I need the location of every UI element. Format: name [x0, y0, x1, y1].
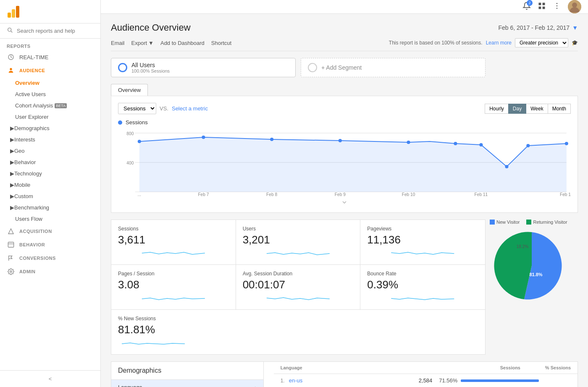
sidebar-item-behavior[interactable]: BEHAVIOR	[0, 238, 100, 251]
chevron-right-icon: ›	[255, 384, 256, 387]
sidebar-item-active-users[interactable]: Active Users	[0, 89, 100, 100]
chart-controls-left: Sessions VS. Select a metric	[118, 103, 208, 114]
metric-sessions: Sessions 3,611	[111, 220, 236, 265]
svg-point-16	[556, 5, 558, 6]
vs-label: VS.	[160, 105, 168, 112]
flag-icon	[7, 255, 15, 261]
ga-logo-icon	[7, 5, 20, 18]
svg-point-33	[526, 144, 530, 147]
sidebar-item-overview[interactable]: Overview	[0, 77, 100, 89]
search-input[interactable]	[17, 28, 94, 34]
new-sessions-sparkline	[118, 339, 189, 347]
sidebar-item-admin[interactable]: ADMIN	[0, 265, 100, 278]
add-segment-label: + Add Segment	[321, 64, 362, 71]
metric-users: Users 3,201	[236, 220, 361, 265]
sidebar-item-user-explorer[interactable]: User Explorer	[0, 111, 100, 123]
select-metric-link[interactable]: Select a metric	[172, 105, 208, 112]
export-button[interactable]: Export ▼	[131, 40, 154, 46]
learn-more-link[interactable]: Learn more	[486, 40, 512, 46]
dropdown-icon	[341, 199, 348, 206]
sidebar-item-users-flow[interactable]: Users Flow	[0, 213, 100, 225]
shortcut-button[interactable]: Shortcut	[211, 40, 231, 46]
reports-label: Reports	[0, 39, 100, 50]
sidebar-header	[0, 0, 100, 24]
sidebar-item-interests[interactable]: ▶ Interests	[0, 134, 100, 145]
sidebar-item-technology[interactable]: ▶ Technology	[0, 168, 100, 179]
sidebar-item-mobile[interactable]: ▶ Mobile	[0, 179, 100, 191]
email-button[interactable]: Email	[111, 40, 125, 46]
svg-point-30	[454, 142, 457, 145]
svg-point-15	[556, 3, 558, 3]
avatar-icon	[568, 0, 581, 13]
day-button[interactable]: Day	[508, 104, 526, 114]
sidebar-item-cohort-analysis[interactable]: Cohort Analysis BETA	[0, 100, 100, 111]
svg-rect-2	[16, 6, 19, 18]
svg-point-17	[556, 8, 558, 9]
svg-line-4	[11, 31, 13, 33]
lang-link-en-us[interactable]: en-us	[289, 377, 399, 384]
sessions-dot-icon	[118, 120, 122, 125]
segment-circle-icon	[118, 63, 127, 72]
sidebar-item-custom[interactable]: ▶ Custom	[0, 191, 100, 202]
topbar: 2	[101, 0, 588, 14]
sidebar-item-audience[interactable]: AUDIENCE	[0, 64, 100, 77]
action-bar-left: Email Export ▼ Add to Dashboard Shortcut	[111, 40, 231, 46]
add-segment-button[interactable]: + Add Segment	[301, 58, 486, 77]
notifications-button[interactable]: 2	[522, 2, 531, 12]
svg-text:...: ...	[138, 192, 141, 196]
sessions-legend: Sessions	[118, 119, 571, 126]
add-segment-circle-icon	[308, 63, 317, 72]
sidebar-item-behavior-sub[interactable]: ▶ Behavior	[0, 157, 100, 168]
chevron-right-icon: ▶	[10, 148, 14, 154]
hourly-button[interactable]: Hourly	[485, 104, 509, 114]
add-dashboard-button[interactable]: Add to Dashboard	[160, 40, 205, 46]
pie-chart-area: New Visitor Returning Visitor 81.8% 18.	[486, 220, 578, 355]
sidebar-item-geo[interactable]: ▶ Geo	[0, 145, 100, 157]
svg-rect-12	[543, 3, 545, 5]
demographics-left: Demographics Language › Country ›	[111, 362, 264, 387]
week-button[interactable]: Week	[526, 104, 548, 114]
svg-rect-14	[543, 6, 545, 9]
gear-icon	[7, 268, 15, 275]
all-users-segment[interactable]: All Users 100.00% Sessions	[111, 58, 296, 77]
month-button[interactable]: Month	[548, 104, 571, 114]
metric-select[interactable]: Sessions	[118, 103, 156, 114]
metric-bounce-rate: Bounce Rate 0.39%	[360, 265, 485, 310]
sidebar-item-acquisition[interactable]: ACQUISITION	[0, 225, 100, 238]
chevron-right-icon: ▶	[10, 204, 14, 211]
apps-button[interactable]	[538, 2, 546, 12]
sidebar-item-real-time[interactable]: REAL-TIME	[0, 50, 100, 64]
chart-controls: Sessions VS. Select a metric Hourly Day …	[118, 103, 571, 114]
avatar[interactable]	[568, 0, 581, 13]
notification-badge: 2	[527, 0, 533, 6]
avg-session-sparkline	[243, 294, 354, 302]
demographics-section: Demographics Language › Country › Langua…	[111, 361, 578, 387]
sidebar-item-demographics[interactable]: ▶ Demographics	[0, 123, 100, 134]
chart-dropdown-indicator	[118, 199, 571, 206]
sidebar-item-benchmarking[interactable]: ▶ Benchmarking	[0, 202, 100, 213]
date-range-picker[interactable]: Feb 6, 2017 - Feb 12, 2017 ▼	[498, 24, 578, 31]
metrics-area: Sessions 3,611 Users 3,201 Pageviews 11,…	[111, 220, 578, 355]
chevron-right-icon: ▶	[10, 159, 14, 165]
search-bar[interactable]	[0, 24, 100, 39]
bounce-rate-sparkline	[367, 294, 478, 302]
lang-row-1: 1. en-us 2,584 71.56%	[274, 374, 578, 387]
search-icon	[7, 27, 13, 35]
sidebar-item-conversions[interactable]: CONVERSIONS	[0, 251, 100, 265]
svg-text:Feb 11: Feb 11	[475, 192, 488, 196]
svg-text:Feb 7: Feb 7	[198, 192, 209, 196]
demo-row-language[interactable]: Language ›	[111, 380, 263, 387]
chevron-right-icon: ▶	[10, 193, 14, 199]
behavior-icon	[7, 241, 15, 248]
chart-card: Sessions VS. Select a metric Hourly Day …	[111, 96, 578, 213]
svg-point-26	[202, 136, 205, 139]
svg-point-32	[505, 165, 508, 168]
sessions-chart: 800 400	[118, 129, 571, 196]
overview-tab[interactable]: Overview	[111, 84, 148, 96]
sidebar-collapse-button[interactable]: <	[0, 370, 100, 387]
pie-chart: 81.8% 18.2%	[494, 228, 570, 303]
more-button[interactable]	[553, 2, 561, 12]
svg-text:18.2%: 18.2%	[517, 244, 528, 249]
demographics-title: Demographics	[111, 362, 263, 380]
precision-select[interactable]: Greater precision	[515, 38, 568, 47]
